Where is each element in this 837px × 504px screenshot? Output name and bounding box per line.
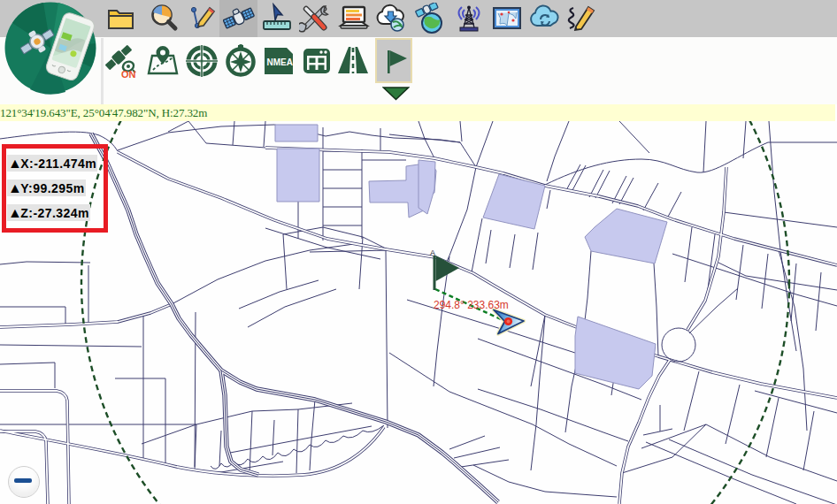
svg-text:NMEA: NMEA	[267, 57, 293, 67]
svg-text:ON: ON	[121, 69, 136, 78]
